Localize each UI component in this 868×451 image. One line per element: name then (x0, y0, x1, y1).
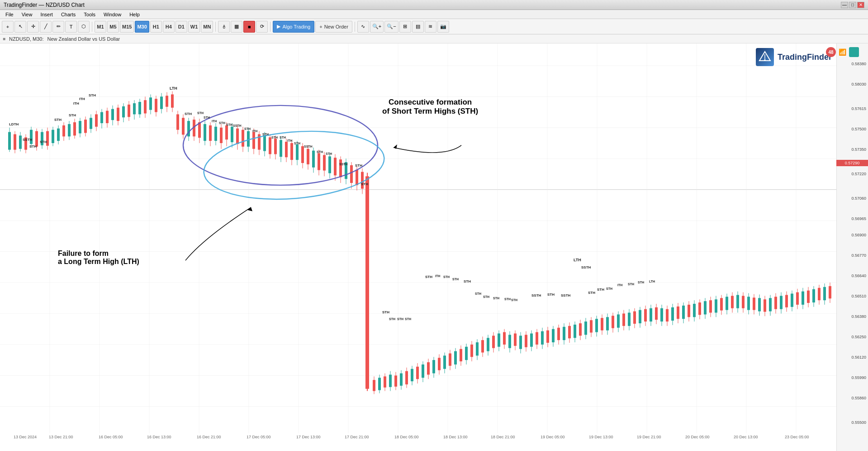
svg-text:STH: STH (443, 275, 450, 278)
current-price-label: 0.57290 (836, 160, 868, 166)
new-order-button[interactable]: + New Order (315, 21, 352, 33)
svg-text:17 Dec 21:00: 17 Dec 21:00 (345, 435, 369, 439)
svg-text:16 Dec 13:00: 16 Dec 13:00 (147, 435, 171, 439)
price-label-1: 0.58380 (851, 62, 866, 66)
svg-text:18 Dec 13:00: 18 Dec 13:00 (443, 435, 468, 439)
svg-text:STH: STH (606, 287, 612, 290)
svg-text:STH: STH (204, 116, 210, 119)
svg-text:ITH: ITH (212, 120, 217, 123)
timeframe-m15[interactable]: M15 (120, 21, 134, 33)
candle-type-button[interactable]: 🕯 (218, 21, 230, 33)
symbol-description: New Zealand Dollar vs US Dollar (47, 36, 120, 42)
timeframe-h4[interactable]: H4 (163, 21, 175, 33)
sync-button[interactable]: ⟳ (256, 21, 268, 33)
crosshair-tool[interactable]: ✛ (27, 21, 39, 33)
price-scale: 0.58380 0.58030 0.57615 0.57500 0.57350 … (836, 43, 868, 451)
notification-badge[interactable]: 48 (826, 47, 836, 57)
svg-text:23 Dec 05:00: 23 Dec 05:00 (785, 435, 809, 439)
menu-tools[interactable]: Tools (80, 11, 99, 18)
bar-type-button[interactable]: ▦ (231, 21, 242, 33)
svg-text:STH: STH (628, 283, 634, 286)
menu-charts[interactable]: Charts (57, 11, 79, 18)
price-label-7: 0.57060 (851, 196, 866, 201)
svg-text:STH: STH (69, 113, 76, 117)
svg-text:ITH: ITH (435, 274, 440, 278)
svg-text:STH: STH (29, 144, 37, 149)
window-controls: — □ ✕ (841, 2, 864, 8)
menu-insert[interactable]: Insert (37, 11, 57, 18)
svg-text:STH: STH (493, 297, 499, 300)
svg-text:STH: STH (355, 163, 362, 168)
svg-text:STH: STH (475, 292, 481, 295)
svg-text:STH: STH (483, 295, 489, 298)
svg-text:STH: STH (185, 112, 192, 116)
algo-trading-button[interactable]: ▶ Algo Trading (273, 21, 314, 33)
svg-text:STH: STH (317, 151, 323, 154)
svg-text:LDTH: LDTH (9, 122, 19, 126)
price-label-16: 0.55990 (851, 375, 866, 380)
svg-text:SSTH: SSTH (531, 293, 541, 297)
svg-text:STH: STH (244, 127, 251, 130)
zoom-in-button[interactable]: 🔍+ (370, 21, 384, 33)
svg-text:SSTH: SSTH (304, 145, 313, 148)
consecutive-formation-text: Consecutive formationof Short Term Highs… (382, 98, 478, 116)
title-bar: TradingFinder — NZD/USD Chart — □ ✕ (0, 0, 868, 10)
svg-text:STH: STH (597, 288, 604, 292)
timeframe-d1[interactable]: D1 (175, 21, 187, 33)
depth-button[interactable]: ▤ (412, 21, 424, 33)
svg-text:STH: STH (425, 275, 432, 279)
svg-text:18 Dec 21:00: 18 Dec 21:00 (491, 435, 515, 439)
separator-3 (270, 22, 270, 32)
svg-text:20 Dec 13:00: 20 Dec 13:00 (734, 435, 758, 439)
logo-icon (756, 48, 774, 66)
pen-tool[interactable]: ✏ (52, 21, 64, 33)
svg-text:ITH: ITH (287, 139, 292, 142)
svg-text:18 Dec 05:00: 18 Dec 05:00 (394, 435, 419, 439)
price-label-6: 0.57220 (851, 172, 866, 176)
menu-file[interactable]: File (2, 11, 17, 18)
timeframe-mn[interactable]: MN (201, 21, 213, 33)
svg-text:STH: STH (280, 136, 286, 139)
menu-window[interactable]: Window (100, 11, 125, 18)
status-icon-green (849, 47, 859, 57)
timeframe-h1[interactable]: H1 (150, 21, 162, 33)
svg-text:STH: STH (504, 297, 511, 301)
minimize-button[interactable]: — (841, 2, 848, 8)
shape-tool[interactable]: ⬡ (78, 21, 90, 33)
separator-1 (92, 22, 92, 32)
indicator-button[interactable]: ∿ (357, 21, 369, 33)
price-label-10: 0.56770 (851, 253, 866, 258)
menu-help[interactable]: Help (126, 11, 143, 18)
svg-text:STH: STH (638, 281, 644, 284)
menu-bar: File View Insert Charts Tools Window Hel… (0, 10, 868, 19)
maximize-button[interactable]: □ (849, 2, 856, 8)
screenshot-button[interactable]: 📷 (437, 21, 449, 33)
zoom-out-button[interactable]: 🔍− (384, 21, 398, 33)
svg-text:STH: STH (226, 123, 232, 126)
timeframe-m1[interactable]: M1 (95, 21, 106, 33)
svg-text:ITH: ITH (617, 283, 622, 287)
timeframe-w1[interactable]: W1 (188, 21, 200, 33)
timeframe-m30[interactable]: M30 (135, 21, 149, 33)
grid-button[interactable]: ⊞ (399, 21, 411, 33)
text-tool[interactable]: T (65, 21, 77, 33)
svg-text:16 Dec 05:00: 16 Dec 05:00 (99, 435, 123, 439)
svg-text:19 Dec 05:00: 19 Dec 05:00 (541, 435, 565, 439)
svg-text:13 Dec 21:00: 13 Dec 21:00 (49, 435, 73, 439)
svg-text:STH: STH (382, 311, 389, 315)
color-button[interactable]: ■ (243, 21, 255, 33)
arrow-tool[interactable]: ↖ (14, 21, 26, 33)
timeframe-m5[interactable]: M5 (107, 21, 119, 33)
depth2-button[interactable]: ≋ (425, 21, 436, 33)
svg-text:STH: STH (294, 142, 300, 145)
price-label-9: 0.56900 (851, 233, 866, 237)
line-tool[interactable]: ╱ (40, 21, 52, 33)
menu-view[interactable]: View (18, 11, 36, 18)
svg-text:STH: STH (262, 133, 269, 136)
close-button[interactable]: ✕ (857, 2, 864, 8)
svg-text:STH: STH (197, 112, 204, 115)
svg-text:STH: STH (326, 152, 332, 155)
new-chart-button[interactable]: + (2, 21, 14, 33)
symbol-name: NZDUSD, M30: (9, 36, 43, 42)
chart-container: LDTH STH STH ITH ITH STH SSTH STH STH LT… (0, 43, 868, 451)
